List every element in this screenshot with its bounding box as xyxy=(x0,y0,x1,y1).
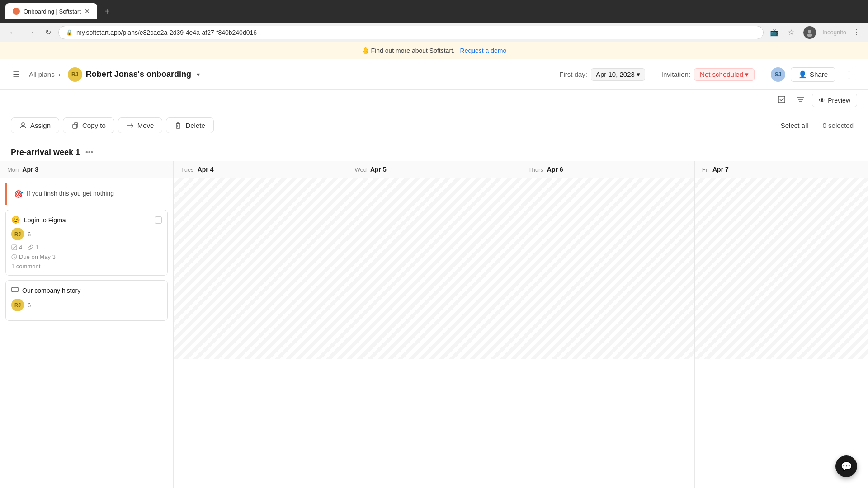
cast-btn[interactable]: 📺 xyxy=(767,26,782,38)
clock-icon xyxy=(11,254,17,260)
first-day-date: Apr 10, 2023 xyxy=(596,70,635,78)
day-content-monday: 🎯 If you finsh this you get nothing 😊 Lo… xyxy=(0,178,173,359)
address-bar[interactable]: 🔒 my.softstart.app/plans/e82cae2a-2d39-4… xyxy=(58,26,764,39)
note-icon: 🎯 xyxy=(14,189,23,200)
svg-rect-15 xyxy=(12,287,18,292)
move-label: Move xyxy=(137,122,154,129)
calendar-day-wednesday: Wed Apr 5 xyxy=(347,161,521,488)
copy-to-btn[interactable]: Copy to xyxy=(63,117,114,133)
new-tab-btn[interactable]: + xyxy=(101,5,113,19)
svg-point-7 xyxy=(22,123,24,126)
section-menu-btn[interactable]: ••• xyxy=(84,147,95,157)
incognito-avatar xyxy=(803,26,816,39)
section-title: Pre-arrival week 1 xyxy=(11,148,80,157)
day-date-tue: Apr 4 xyxy=(198,166,214,173)
filter-icon xyxy=(797,95,805,103)
day-name-fri: Fri xyxy=(702,166,709,173)
day-date-mon: Apr 3 xyxy=(22,166,38,173)
not-scheduled-btn[interactable]: Not scheduled ▾ xyxy=(694,68,755,81)
day-header-wednesday: Wed Apr 5 xyxy=(347,161,520,178)
task-history-title: Our company history xyxy=(22,287,162,294)
url-text: my.softstart.app/plans/e82cae2a-2d39-4e4… xyxy=(76,29,257,36)
day-date-fri: Apr 7 xyxy=(712,166,729,173)
back-btn[interactable]: ← xyxy=(5,26,20,39)
select-mode-btn[interactable] xyxy=(774,93,789,108)
filter-btn[interactable] xyxy=(793,93,808,108)
day-date-thu: Apr 6 xyxy=(547,166,563,173)
breadcrumb-arrow: › xyxy=(58,70,61,78)
banner-text: 🤚 Find out more about Softstart. xyxy=(362,47,455,54)
day-name-thu: Thurs xyxy=(528,166,543,173)
preview-icon: 👁 xyxy=(819,97,825,104)
task-figma-checkbox[interactable] xyxy=(155,216,162,224)
chat-btn[interactable]: 💬 xyxy=(835,455,857,477)
calendar-grid: Mon Apr 3 🎯 If you finsh this you get no… xyxy=(0,161,868,488)
svg-rect-13 xyxy=(12,245,17,250)
profile-btn[interactable] xyxy=(801,24,819,41)
video-icon xyxy=(11,286,19,293)
request-demo-link[interactable]: Request a demo xyxy=(460,47,507,54)
header-actions: SJ 👤 Share ⋮ xyxy=(771,67,857,82)
view-controls-bar: 👁 Preview xyxy=(0,90,868,111)
all-plans-link[interactable]: All plans xyxy=(29,70,55,78)
move-btn[interactable]: Move xyxy=(118,117,163,133)
delete-icon xyxy=(175,122,182,129)
not-scheduled-text: Not scheduled xyxy=(700,70,743,78)
section-header: Pre-arrival week 1 ••• xyxy=(0,140,868,161)
chat-icon: 💬 xyxy=(841,461,852,472)
breadcrumb: All plans › xyxy=(29,70,61,78)
task-card-figma[interactable]: 😊 Login to Figma RJ 6 xyxy=(5,210,168,276)
hamburger-icon: ☰ xyxy=(13,70,20,79)
bookmark-btn[interactable]: ☆ xyxy=(785,26,797,38)
delete-btn[interactable]: Delete xyxy=(166,117,213,133)
note-card[interactable]: 🎯 If you finsh this you get nothing xyxy=(5,183,168,205)
day-header-tuesday: Tues Apr 4 xyxy=(174,161,347,178)
invitation-section: Invitation: Not scheduled ▾ xyxy=(661,68,755,81)
history-assignee-avatar: RJ xyxy=(11,299,24,311)
figma-day-number: 6 xyxy=(28,231,31,238)
plan-title: Robert Jonas's onboarding xyxy=(86,70,191,79)
hamburger-btn[interactable]: ☰ xyxy=(11,68,22,81)
task-card-history[interactable]: Our company history RJ 6 xyxy=(5,280,168,321)
checklist-count-label: 4 xyxy=(19,244,22,251)
due-date-text: Due on May 3 xyxy=(19,253,56,260)
tab-favicon xyxy=(13,8,20,15)
svg-point-0 xyxy=(14,9,19,14)
preview-btn[interactable]: 👁 Preview xyxy=(812,94,857,107)
user-avatar[interactable]: SJ xyxy=(771,67,785,82)
forward-btn[interactable]: → xyxy=(24,26,38,39)
incognito-label: Incognito xyxy=(822,29,846,36)
browser-nav: ← → ↻ 🔒 my.softstart.app/plans/e82cae2a-… xyxy=(0,23,868,42)
day-content-thursday xyxy=(521,178,694,359)
select-all-btn[interactable]: Select all xyxy=(774,118,816,133)
tab-title: Onboarding | Softstart xyxy=(24,8,81,15)
first-day-picker[interactable]: Apr 10, 2023 ▾ xyxy=(591,68,645,81)
browser-chrome: Onboarding | Softstart ✕ + xyxy=(0,0,868,23)
svg-rect-10 xyxy=(176,124,180,128)
day-name-tue: Tues xyxy=(181,166,193,173)
refresh-btn[interactable]: ↻ xyxy=(42,25,55,39)
share-btn[interactable]: 👤 Share xyxy=(791,67,835,82)
assign-btn[interactable]: Assign xyxy=(11,117,59,133)
day-date-wed: Apr 5 xyxy=(370,166,387,173)
browser-tab[interactable]: Onboarding | Softstart ✕ xyxy=(5,3,97,19)
svg-point-1 xyxy=(808,30,811,33)
section-menu-icon: ••• xyxy=(85,148,93,156)
checkbox-icon xyxy=(778,95,786,103)
not-scheduled-dropdown-icon: ▾ xyxy=(745,70,749,79)
share-icon: 👤 xyxy=(798,70,807,79)
menu-btn[interactable]: ⋮ xyxy=(850,26,863,38)
tab-close-btn[interactable]: ✕ xyxy=(85,8,90,15)
calendar-day-thursday: Thurs Apr 6 xyxy=(521,161,695,488)
checklist-icon xyxy=(11,244,17,250)
note-text: If you finsh this you get nothing xyxy=(27,189,114,198)
day-name-wed: Wed xyxy=(354,166,367,173)
link-count: 1 xyxy=(28,244,38,251)
assign-icon xyxy=(19,122,27,129)
day-name-mon: Mon xyxy=(7,166,19,173)
more-options-btn[interactable]: ⋮ xyxy=(841,67,857,82)
plan-name-dropdown-btn[interactable]: ▾ xyxy=(195,69,202,80)
history-day-number: 6 xyxy=(28,302,31,309)
task-figma-title: Login to Figma xyxy=(24,216,151,224)
day-header-thursday: Thurs Apr 6 xyxy=(521,161,694,178)
